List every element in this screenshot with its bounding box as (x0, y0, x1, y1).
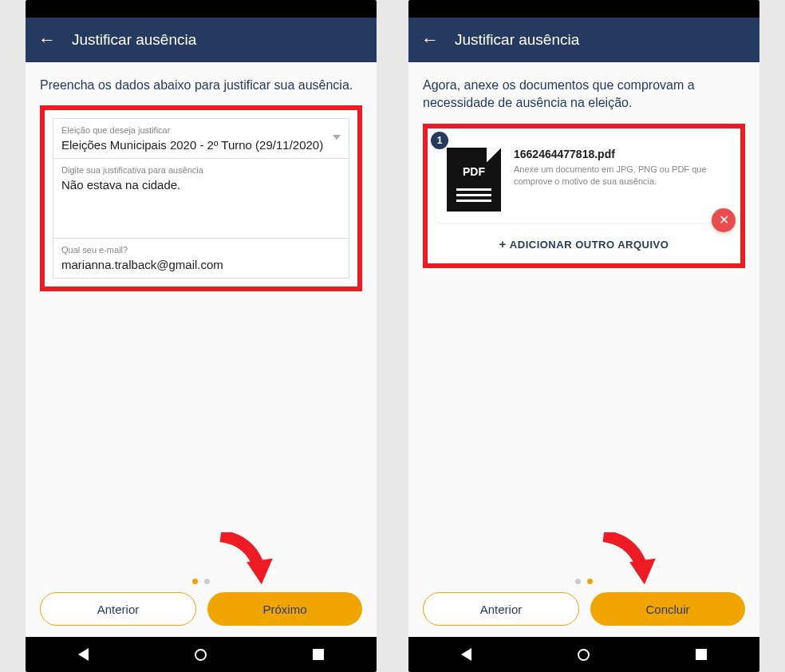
attachment-description: Anexe um documento em JPG, PNG ou PDF qu… (514, 164, 721, 188)
pagination-dots (40, 579, 362, 584)
field-label: Digite sua justificativa para ausência (61, 165, 341, 175)
back-icon[interactable]: ← (421, 30, 439, 50)
attachment-info: 1662464477818.pdf Anexe um documento em … (514, 148, 721, 211)
field-value: Eleições Municipais 2020 - 2º Turno (29/… (61, 138, 341, 152)
attachment-card[interactable]: 1 PDF 1662464477818.pdf Anexe um documen… (436, 136, 732, 223)
page-dot-active (587, 579, 593, 584)
instruction-text: Agora, anexe os documentos que comprovam… (423, 77, 745, 113)
nav-recent-icon[interactable] (696, 649, 707, 660)
content-area: Agora, anexe os documentos que comprovam… (408, 62, 759, 592)
button-row: Anterior Concluir (408, 592, 759, 637)
content-area: Preencha os dados abaixo para justificar… (26, 62, 377, 592)
page-title: Justificar ausência (455, 31, 579, 49)
button-row: Anterior Próximo (26, 592, 377, 637)
form-card: Eleição que deseja justificar Eleições M… (53, 118, 349, 279)
pdf-label: PDF (447, 165, 501, 178)
highlight-box: Eleição que deseja justificar Eleições M… (40, 105, 362, 291)
instruction-text: Preencha os dados abaixo para justificar… (40, 77, 362, 94)
phone-screen-form: ← Justificar ausência Preencha os dados … (26, 0, 377, 672)
phone-screen-attach: ← Justificar ausência Agora, anexe os do… (408, 0, 759, 672)
previous-button[interactable]: Anterior (423, 592, 579, 626)
nav-back-icon[interactable] (461, 648, 471, 661)
status-bar (408, 0, 759, 18)
field-label: Qual seu e-mail? (61, 245, 341, 255)
android-nav-bar (408, 637, 759, 672)
nav-recent-icon[interactable] (313, 649, 324, 660)
plus-icon: + (499, 237, 507, 251)
attachment-index-badge: 1 (431, 132, 448, 149)
page-dot-active (192, 579, 198, 584)
android-nav-bar (26, 637, 377, 672)
nav-back-icon[interactable] (78, 648, 89, 661)
election-select[interactable]: Eleição que deseja justificar Eleições M… (53, 119, 349, 159)
app-header: ← Justificar ausência (408, 18, 759, 62)
page-title: Justificar ausência (72, 31, 196, 49)
chevron-down-icon (333, 135, 341, 140)
email-field[interactable]: Qual seu e-mail? marianna.tralback@gmail… (53, 239, 349, 278)
page-dot (204, 579, 210, 584)
previous-button[interactable]: Anterior (40, 592, 196, 626)
nav-home-icon[interactable] (195, 649, 207, 661)
add-file-label: ADICIONAR OUTRO ARQUIVO (510, 239, 669, 251)
nav-home-icon[interactable] (578, 649, 590, 661)
pagination-dots (423, 579, 745, 584)
app-header: ← Justificar ausência (26, 18, 377, 62)
pdf-file-icon: PDF (447, 148, 501, 211)
field-value: marianna.tralback@gmail.com (61, 258, 341, 271)
finish-button[interactable]: Concluir (590, 592, 745, 626)
highlight-box: 1 PDF 1662464477818.pdf Anexe um documen… (423, 124, 745, 268)
field-label: Eleição que deseja justificar (61, 125, 341, 135)
status-bar (26, 0, 377, 18)
add-file-button[interactable]: +ADICIONAR OUTRO ARQUIVO (436, 223, 732, 255)
next-button[interactable]: Próximo (207, 592, 362, 626)
page-dot (575, 579, 581, 584)
back-icon[interactable]: ← (38, 30, 56, 50)
delete-attachment-button[interactable]: ✕ (712, 208, 736, 232)
close-icon: ✕ (719, 212, 729, 227)
attachment-filename: 1662464477818.pdf (514, 148, 721, 160)
field-value: Não estava na cidade. (61, 178, 341, 192)
reason-textarea[interactable]: Digite sua justificativa para ausência N… (53, 159, 349, 239)
